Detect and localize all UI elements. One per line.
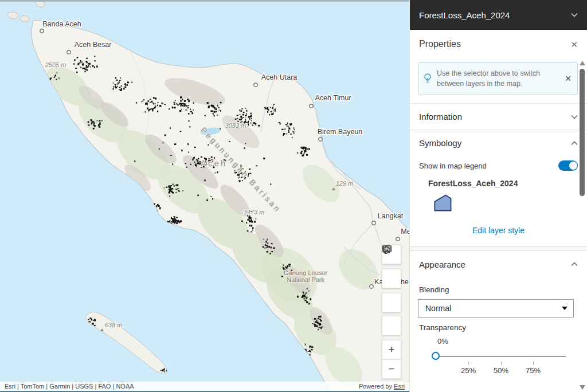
edit-layer-style-link[interactable]: Edit layer style bbox=[419, 226, 578, 235]
toggle-knob bbox=[569, 161, 578, 170]
city-label: Aceh Timur bbox=[315, 94, 351, 102]
blending-label: Blending bbox=[419, 285, 578, 294]
home-button[interactable] bbox=[382, 316, 401, 335]
zoom-out-button[interactable]: − bbox=[382, 359, 401, 379]
panel-scrollbar[interactable] bbox=[579, 61, 586, 390]
properties-panel: ForestLoss_Aceh_2024 Properties ✕ Use th… bbox=[409, 0, 587, 392]
legend-swatch bbox=[433, 193, 578, 215]
map-controls: + − bbox=[382, 245, 401, 379]
elevation-label: 129 m bbox=[336, 180, 354, 187]
city-label: Banda Aceh bbox=[42, 20, 81, 28]
tick-50: 50% bbox=[494, 366, 508, 375]
scrollbar-thumb[interactable] bbox=[580, 69, 585, 196]
map-attribution: Esri | TomTom | Garmin | USGS | FAO | NO… bbox=[0, 382, 409, 391]
city-label: Me bbox=[401, 228, 409, 236]
blending-value: Normal bbox=[425, 304, 451, 313]
select-caret-icon bbox=[562, 307, 568, 310]
city-label: Langkat bbox=[378, 212, 404, 220]
esri-link[interactable]: Esri bbox=[394, 383, 405, 390]
basemap: Banda AcehAceh BesarAceh UtaraAceh Timur… bbox=[0, 0, 409, 392]
slider-ticks: 25% 50% 75% bbox=[436, 362, 566, 377]
section-appearance[interactable]: Appearance bbox=[410, 251, 587, 277]
powered-by: Powered by Esri bbox=[359, 383, 405, 390]
attribution-sources: Esri | TomTom | Garmin | USGS | FAO | NO… bbox=[5, 383, 134, 390]
panel-title-row: Properties ✕ bbox=[410, 30, 587, 58]
hint-text: Use the selector above to switch between… bbox=[437, 68, 560, 89]
elevation-label: 638 m bbox=[105, 322, 123, 328]
elevation-label: 2505 m bbox=[45, 61, 66, 68]
city-label: Aceh Utara bbox=[261, 73, 298, 81]
scroll-down-arrow[interactable] bbox=[580, 385, 585, 390]
transparency-label: Transparency bbox=[419, 323, 578, 332]
symbology-label: Symbology bbox=[419, 138, 461, 148]
section-symbology[interactable]: Symbology bbox=[410, 130, 587, 156]
city-marker bbox=[310, 104, 313, 108]
park-label: National Park bbox=[287, 276, 325, 283]
show-in-legend-label: Show in map legend bbox=[419, 162, 487, 170]
lightbulb-icon bbox=[423, 73, 432, 84]
show-in-legend-toggle[interactable] bbox=[558, 160, 578, 171]
chevron-up-icon bbox=[571, 262, 578, 266]
city-marker bbox=[370, 285, 373, 288]
city-marker bbox=[40, 29, 44, 33]
tick-75: 75% bbox=[526, 366, 541, 375]
home-icon bbox=[382, 245, 392, 254]
close-panel-button[interactable]: ✕ bbox=[570, 40, 578, 49]
elevation-label: 3083 m bbox=[225, 122, 246, 129]
information-label: Information bbox=[419, 112, 462, 121]
city-label: Aceh Besar bbox=[75, 41, 112, 49]
layer-hint-message: Use the selector above to switch between… bbox=[418, 62, 578, 95]
tick-25: 25% bbox=[461, 366, 476, 375]
chevron-down-icon bbox=[571, 13, 578, 17]
region-label: Aceh bbox=[201, 158, 227, 168]
city-marker bbox=[396, 237, 400, 241]
appearance-label: Appearance bbox=[419, 260, 465, 269]
elevation-label: 3473 m bbox=[244, 209, 265, 215]
scroll-up-arrow[interactable] bbox=[580, 61, 585, 65]
screen-button[interactable] bbox=[382, 293, 401, 312]
chevron-up-icon bbox=[571, 141, 578, 146]
dismiss-hint-button[interactable]: ✕ bbox=[565, 75, 572, 83]
layer-selector-title: ForestLoss_Aceh_2024 bbox=[419, 10, 510, 20]
city-marker bbox=[254, 83, 257, 87]
map-viewer-app: Banda AcehAceh BesarAceh UtaraAceh Timur… bbox=[0, 0, 587, 392]
section-separator bbox=[410, 246, 587, 251]
city-label: Birem Bayeun bbox=[318, 128, 363, 136]
slider-track[interactable] bbox=[436, 356, 566, 357]
transparency-value: 0% bbox=[437, 337, 578, 346]
panel-title: Properties bbox=[419, 39, 461, 49]
transparency-slider[interactable] bbox=[436, 351, 566, 362]
legend-layer-title: ForestLoss_Aceh_2024 bbox=[428, 179, 578, 188]
slider-handle[interactable] bbox=[432, 352, 440, 360]
city-marker bbox=[67, 50, 71, 54]
map-top-border bbox=[0, 0, 409, 2]
appearance-body: Blending Normal Transparency 0% 25% 50% bbox=[410, 277, 587, 377]
city-marker bbox=[372, 221, 375, 225]
layer-selector[interactable]: ForestLoss_Aceh_2024 bbox=[410, 0, 587, 30]
symbology-body: Show in map legend ForestLoss_Aceh_2024 … bbox=[410, 156, 587, 235]
city-marker bbox=[319, 138, 322, 141]
map-canvas[interactable]: Banda AcehAceh BesarAceh UtaraAceh Timur… bbox=[0, 0, 409, 392]
blending-select[interactable]: Normal bbox=[418, 299, 574, 317]
zoom-in-button[interactable]: + bbox=[382, 340, 401, 359]
polygon-swatch-icon bbox=[433, 193, 453, 213]
chevron-down-icon bbox=[571, 115, 578, 119]
section-information[interactable]: Information bbox=[410, 103, 587, 130]
park-label: Gunung Leuser bbox=[284, 269, 327, 276]
basemap-button[interactable] bbox=[382, 269, 401, 288]
